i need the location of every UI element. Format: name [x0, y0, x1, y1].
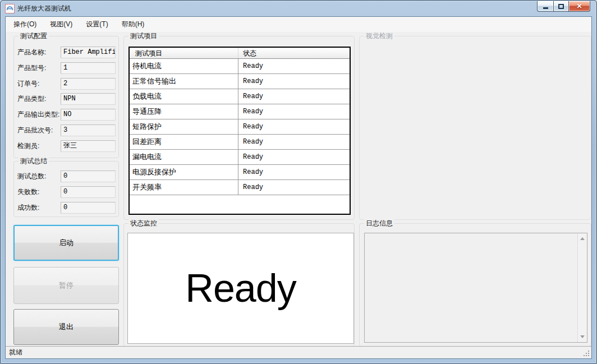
test-item-name: 导通压降	[130, 104, 238, 119]
test-item-status: Ready	[238, 180, 350, 195]
exit-button[interactable]: 退出	[13, 309, 119, 345]
test-items-table: 测试项目 状态 待机电流 Ready 正常信号输出 Ready 负载电流 Rea…	[128, 47, 351, 215]
test-item-status: Ready	[238, 74, 350, 89]
close-icon: ✕	[576, 2, 582, 11]
group-title: 状态监控	[128, 219, 159, 228]
log-scrollbar[interactable]	[577, 233, 587, 342]
titlebar[interactable]: 光纤放大器测试机 ✕	[1, 1, 596, 16]
pause-button[interactable]: 暂停	[13, 267, 119, 304]
order-number-field[interactable]: 2	[61, 78, 116, 90]
group-title: 日志信息	[364, 219, 394, 228]
maximize-button[interactable]	[553, 1, 569, 12]
test-item-name: 开关频率	[130, 180, 238, 195]
menu-view[interactable]: 视图(V)	[44, 17, 78, 32]
test-item-status: Ready	[238, 104, 350, 119]
test-item-name: 短路保护	[130, 119, 238, 134]
log-content	[366, 234, 576, 341]
group-test-items: 测试项目 测试项目 状态 待机电流 Ready 正常信号输出 Ready	[123, 36, 355, 220]
failed-count-field[interactable]: 0	[61, 186, 116, 198]
test-item-row[interactable]: 短路保护 Ready	[130, 119, 350, 135]
group-test-config: 测试配置 产品名称: Fiber Amplifier 产品型号: 1 订单号: …	[13, 36, 119, 158]
caption-buttons: ✕	[537, 1, 590, 12]
group-test-summary: 测试总结 测试总数: 0 失败数: 0 成功数: 0	[13, 161, 119, 217]
test-item-status: Ready	[238, 135, 350, 149]
test-item-name: 正常信号输出	[130, 74, 238, 89]
table-header: 测试项目 状态	[130, 48, 350, 59]
test-item-name: 负载电流	[130, 89, 238, 104]
scroll-down-icon[interactable]	[580, 335, 585, 338]
test-item-row[interactable]: 回差距离 Ready	[130, 135, 350, 150]
product-name-label: 产品名称:	[17, 47, 46, 58]
main-content: 测试配置 产品名称: Fiber Amplifier 产品型号: 1 订单号: …	[6, 33, 591, 346]
total-tests-label: 测试总数:	[17, 171, 46, 182]
group-visual-inspection: 视觉检测	[359, 36, 591, 220]
status-bar: 就绪	[6, 346, 591, 358]
test-item-status: Ready	[238, 150, 350, 164]
app-icon[interactable]	[5, 4, 15, 13]
column-header-item[interactable]: 测试项目	[130, 48, 238, 58]
batch-number-label: 产品批次号:	[17, 125, 53, 136]
order-number-label: 订单号:	[17, 78, 39, 90]
group-title: 测试总结	[19, 157, 49, 165]
test-item-row[interactable]: 导通压降 Ready	[130, 104, 350, 119]
minimize-button[interactable]	[537, 1, 553, 12]
column-header-status[interactable]: 状态	[238, 48, 350, 58]
menu-help[interactable]: 帮助(H)	[116, 17, 150, 32]
product-model-field[interactable]: 1	[61, 62, 116, 74]
test-item-status: Ready	[238, 165, 350, 179]
status-monitor-panel: Ready	[127, 233, 354, 344]
product-name-field[interactable]: Fiber Amplifier	[61, 47, 116, 58]
group-title: 视觉检测	[364, 32, 394, 40]
window-title: 光纤放大器测试机	[17, 1, 71, 16]
product-model-label: 产品型号:	[17, 62, 46, 74]
group-log-info: 日志信息	[359, 223, 591, 347]
test-item-name: 回差距离	[130, 135, 238, 149]
test-item-row[interactable]: 正常信号输出 Ready	[130, 74, 350, 89]
product-type-label: 产品类型:	[17, 93, 46, 105]
status-bar-text: 就绪	[9, 347, 22, 358]
group-title: 测试项目	[128, 32, 159, 40]
inspector-field[interactable]: 张三	[61, 140, 116, 152]
inspector-label: 检测员:	[17, 140, 39, 152]
log-textarea[interactable]	[364, 233, 587, 343]
test-item-row[interactable]: 开关频率 Ready	[130, 180, 350, 195]
output-type-label: 产品输出类型:	[17, 109, 59, 121]
batch-number-field[interactable]: 3	[61, 125, 116, 136]
test-item-row[interactable]: 负载电流 Ready	[130, 89, 350, 104]
start-button[interactable]: 启动	[13, 225, 119, 261]
client-area: 操作(O) 视图(V) 设置(T) 帮助(H) 测试配置 产品名称: Fiber…	[5, 16, 592, 359]
minimize-icon	[543, 7, 548, 9]
test-item-name: 待机电流	[130, 59, 238, 73]
group-status-monitor: 状态监控 Ready	[123, 223, 355, 347]
test-item-status: Ready	[238, 119, 350, 134]
test-item-status: Ready	[238, 89, 350, 104]
test-item-row[interactable]: 漏电电流 Ready	[130, 150, 350, 165]
product-type-field[interactable]: NPN	[61, 93, 116, 105]
success-count-field[interactable]: 0	[61, 202, 116, 214]
success-count-label: 成功数:	[17, 202, 39, 214]
group-title: 测试配置	[19, 32, 49, 40]
menu-settings[interactable]: 设置(T)	[80, 17, 113, 32]
resize-grip[interactable]	[582, 349, 589, 356]
app-window: 光纤放大器测试机 ✕ 操作(O) 视图(V) 设置(T) 帮助(H) 测试配	[0, 0, 597, 364]
total-tests-field[interactable]: 0	[61, 171, 116, 182]
test-item-name: 漏电电流	[130, 150, 238, 164]
test-item-name: 电源反接保护	[130, 165, 238, 179]
close-button[interactable]: ✕	[569, 1, 590, 12]
gauge-meter-icon	[5, 4, 15, 13]
maximize-icon	[558, 4, 564, 9]
menu-bar: 操作(O) 视图(V) 设置(T) 帮助(H)	[6, 17, 591, 33]
status-monitor-value: Ready	[185, 266, 296, 311]
test-item-row[interactable]: 待机电流 Ready	[130, 59, 350, 74]
menu-operation[interactable]: 操作(O)	[8, 17, 42, 32]
failed-count-label: 失败数:	[17, 186, 39, 198]
output-type-field[interactable]: NO	[61, 109, 116, 121]
test-item-row[interactable]: 电源反接保护 Ready	[130, 165, 350, 180]
test-item-status: Ready	[238, 59, 350, 73]
scroll-up-icon[interactable]	[580, 237, 585, 240]
